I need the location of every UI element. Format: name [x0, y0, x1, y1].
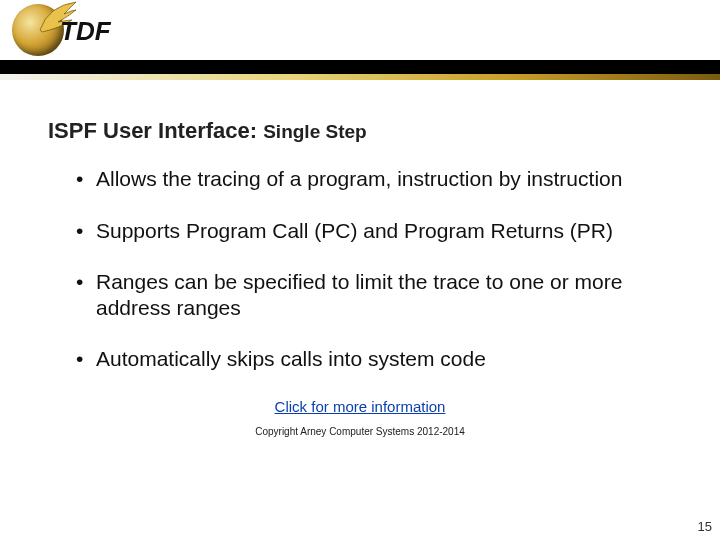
title-main: ISPF User Interface:	[48, 118, 263, 143]
list-item: Automatically skips calls into system co…	[76, 346, 672, 372]
page-number: 15	[698, 519, 712, 534]
list-item: Supports Program Call (PC) and Program R…	[76, 218, 672, 244]
more-info-link-row: Click for more information	[48, 398, 672, 416]
bullet-list: Allows the tracing of a program, instruc…	[48, 166, 672, 372]
slide-content: ISPF User Interface: Single Step Allows …	[0, 80, 720, 437]
list-item: Ranges can be specified to limit the tra…	[76, 269, 672, 320]
more-info-link[interactable]: Click for more information	[275, 398, 446, 415]
slide-header: TDF	[0, 0, 720, 80]
tdf-logo: TDF	[12, 2, 122, 58]
logo-text: TDF	[60, 16, 111, 47]
list-item: Allows the tracing of a program, instruc…	[76, 166, 672, 192]
slide-title: ISPF User Interface: Single Step	[48, 118, 672, 144]
title-sub: Single Step	[263, 121, 366, 142]
copyright-text: Copyright Arney Computer Systems 2012-20…	[48, 426, 672, 437]
header-divider	[0, 60, 720, 80]
